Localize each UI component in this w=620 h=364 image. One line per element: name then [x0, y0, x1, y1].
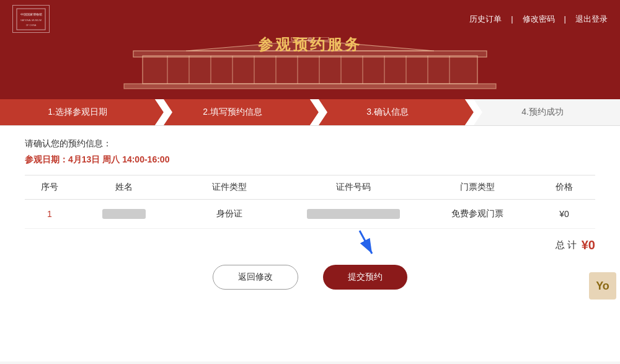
total-amount: ¥0	[582, 238, 595, 252]
row-id-no	[285, 209, 422, 219]
back-button[interactable]: 返回修改	[213, 265, 298, 290]
history-orders-link[interactable]: 历史订单	[469, 14, 502, 25]
col-header-name: 姓名	[74, 182, 174, 193]
user-avatar[interactable]: Yo	[589, 272, 616, 300]
change-password-link[interactable]: 修改密码	[523, 14, 555, 25]
header-top: 中国国家博物馆 NATIONAL MUSEUM OF CHINA 历史订单 | …	[0, 0, 620, 38]
logout-link[interactable]: 退出登录	[575, 14, 608, 25]
id-no-blurred	[307, 209, 400, 219]
col-header-no: 序号	[25, 182, 74, 193]
svg-line-25	[360, 231, 372, 254]
svg-text:中国国家博物馆: 中国国家博物馆	[20, 12, 42, 16]
submit-button[interactable]: 提交预约	[323, 265, 407, 290]
svg-text:NATIONAL MUSEUM: NATIONAL MUSEUM	[20, 19, 42, 22]
row-id-type: 身份证	[174, 208, 285, 220]
content-area: 请确认您的预约信息： 参观日期：4月13日 周八 14:00-16:00 序号 …	[0, 126, 620, 362]
button-area: 返回修改 提交预约	[25, 259, 595, 302]
col-header-id-type: 证件类型	[174, 182, 285, 193]
steps-bar: 1.选择参观日期 2.填写预约信息 3.确认信息 4.预约成功	[0, 99, 620, 126]
row-price: ¥0	[533, 209, 595, 219]
row-ticket-type: 免费参观门票	[422, 208, 533, 220]
svg-rect-4	[124, 84, 496, 89]
svg-text:OF CHINA: OF CHINA	[26, 24, 37, 27]
page-title: 参观预约服务	[0, 35, 620, 55]
col-header-price: 价格	[533, 182, 595, 193]
step-1: 1.选择参观日期	[0, 99, 155, 125]
logo-box: 中国国家博物馆 NATIONAL MUSEUM OF CHINA	[12, 5, 50, 33]
row-no: 1	[25, 209, 74, 219]
visit-date: 参观日期：4月13日 周八 14:00-16:00	[25, 154, 595, 166]
total-row: 总 计 ¥0	[25, 229, 595, 259]
col-header-ticket-type: 门票类型	[422, 182, 533, 193]
confirm-prompt: 请确认您的预约信息：	[25, 138, 595, 149]
row-name	[74, 209, 174, 219]
nav-divider-1: |	[511, 14, 513, 24]
step-3: 3.确认信息	[310, 99, 465, 125]
visitor-table: 序号 姓名 证件类型 证件号码 门票类型 价格 1 身份证 免费参观门票 ¥0	[25, 175, 595, 229]
table-row: 1 身份证 免费参观门票 ¥0	[25, 200, 595, 229]
arrow-indicator	[353, 228, 391, 261]
nav-links: 历史订单 | 修改密码 | 退出登录	[469, 14, 608, 25]
step-2: 2.填写预约信息	[155, 99, 310, 125]
total-label: 总 计	[556, 239, 577, 251]
col-header-id-no: 证件号码	[285, 182, 422, 193]
name-blurred	[102, 209, 146, 219]
logo-area: 中国国家博物馆 NATIONAL MUSEUM OF CHINA	[12, 5, 55, 33]
table-header: 序号 姓名 证件类型 证件号码 门票类型 价格	[25, 175, 595, 200]
nav-divider-2: |	[564, 14, 566, 24]
page-header: 中国国家博物馆 NATIONAL MUSEUM OF CHINA 历史订单 | …	[0, 0, 620, 99]
step-4: 4.预约成功	[465, 99, 620, 125]
svg-rect-5	[143, 56, 477, 84]
avatar-text: Yo	[596, 280, 609, 293]
